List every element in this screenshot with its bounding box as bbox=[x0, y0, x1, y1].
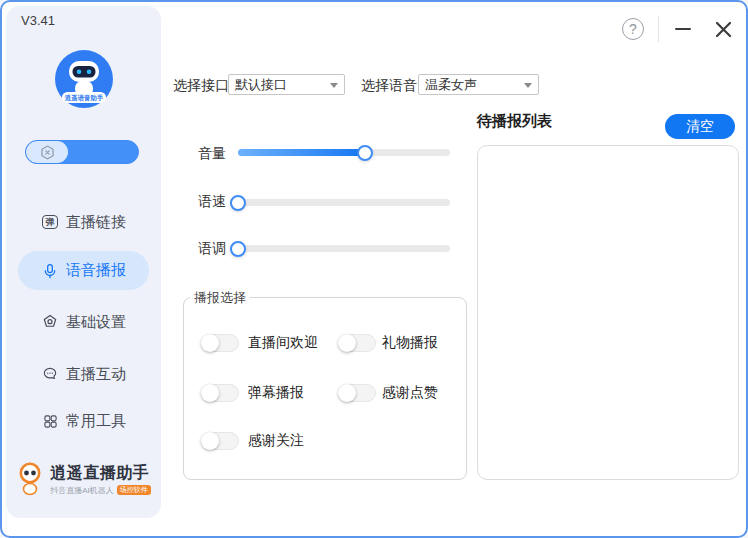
volume-slider-handle[interactable] bbox=[357, 145, 373, 161]
toggle-knob bbox=[201, 432, 219, 450]
toggle-room-welcome[interactable] bbox=[201, 334, 239, 352]
chat-bubble-icon bbox=[41, 365, 59, 383]
brand-mascot-icon bbox=[16, 462, 44, 496]
titlebar-divider bbox=[658, 16, 659, 42]
toggle-thank-likes[interactable] bbox=[338, 384, 376, 402]
clear-queue-button[interactable]: 清空 bbox=[665, 114, 735, 139]
close-button[interactable] bbox=[712, 18, 734, 40]
interface-select[interactable]: 默认接口 bbox=[228, 74, 345, 95]
toggle-danmaku-broadcast-label: 弹幕播报 bbox=[248, 383, 304, 401]
app-logo: 逍遥语音助手 bbox=[55, 50, 113, 108]
chevron-down-icon bbox=[330, 83, 338, 88]
pitch-slider-handle[interactable] bbox=[230, 241, 246, 257]
speed-slider-handle[interactable] bbox=[230, 195, 246, 211]
broadcast-selection-legend: 播报选择 bbox=[190, 289, 250, 307]
brand-badge: 场控软件 bbox=[117, 485, 151, 495]
toggle-knob bbox=[201, 384, 219, 402]
brand-footer: 逍遥直播助手 抖音直播AI机器人 场控软件 bbox=[6, 462, 161, 496]
svg-text:逍遥语音助手: 逍遥语音助手 bbox=[63, 94, 103, 102]
toggle-knob bbox=[338, 334, 356, 352]
toggle-thank-follow[interactable] bbox=[201, 432, 239, 450]
sidebar-item-label: 基础设置 bbox=[66, 313, 126, 332]
toggle-knob bbox=[201, 334, 219, 352]
voice-select-value: 温柔女声 bbox=[425, 76, 477, 94]
sidebar-item-live-interaction[interactable]: 直播互动 bbox=[6, 361, 161, 387]
toggle-gift-broadcast[interactable] bbox=[338, 334, 376, 352]
volume-label: 音量 bbox=[198, 145, 226, 163]
pitch-slider[interactable] bbox=[238, 245, 450, 252]
chevron-down-icon bbox=[524, 83, 532, 88]
toggle-thank-likes-label: 感谢点赞 bbox=[382, 383, 438, 401]
volume-slider-fill bbox=[238, 149, 365, 156]
assistant-power-switch[interactable] bbox=[25, 140, 139, 164]
question-mark-icon: ? bbox=[629, 21, 637, 37]
sidebar-item-live-link[interactable]: 弹 直播链接 bbox=[6, 209, 161, 235]
app-window: V3.41 逍遥语音助手 弹 直播链接 bbox=[0, 0, 748, 538]
voice-select[interactable]: 温柔女声 bbox=[418, 74, 539, 95]
sidebar-item-label: 常用工具 bbox=[66, 412, 126, 431]
toggle-room-welcome-label: 直播间欢迎 bbox=[248, 333, 318, 351]
queue-list bbox=[477, 145, 739, 480]
brand-subtitle: 抖音直播AI机器人 bbox=[50, 485, 114, 496]
sidebar-item-common-tools[interactable]: 常用工具 bbox=[6, 408, 161, 434]
pitch-label: 语调 bbox=[198, 240, 226, 258]
interface-select-label: 选择接口: bbox=[173, 77, 233, 95]
toggle-thank-follow-label: 感谢关注 bbox=[248, 431, 304, 449]
version-label: V3.41 bbox=[21, 13, 55, 28]
microphone-icon bbox=[41, 262, 59, 280]
queue-title: 待播报列表 bbox=[477, 112, 552, 131]
sidebar-item-voice-broadcast[interactable]: 语音播报 bbox=[18, 251, 149, 290]
speed-label: 语速 bbox=[198, 193, 226, 211]
help-button[interactable]: ? bbox=[622, 18, 644, 40]
sidebar-item-label: 直播互动 bbox=[66, 365, 126, 384]
sidebar-item-label: 语音播报 bbox=[66, 261, 126, 280]
settings-icon bbox=[41, 313, 59, 331]
toggle-danmaku-broadcast[interactable] bbox=[201, 384, 239, 402]
close-icon bbox=[715, 21, 732, 38]
volume-slider[interactable] bbox=[238, 149, 450, 156]
brand-name: 逍遥直播助手 bbox=[50, 463, 151, 484]
minimize-icon bbox=[675, 28, 691, 31]
sidebar: V3.41 逍遥语音助手 弹 直播链接 bbox=[6, 6, 161, 518]
interface-select-value: 默认接口 bbox=[235, 76, 287, 94]
speed-slider[interactable] bbox=[238, 199, 450, 206]
toggle-gift-broadcast-label: 礼物播报 bbox=[382, 333, 438, 351]
minimize-button[interactable] bbox=[673, 19, 693, 39]
hexagon-x-icon bbox=[40, 145, 55, 160]
power-switch-knob bbox=[26, 141, 68, 163]
toggle-knob bbox=[338, 384, 356, 402]
voice-select-label: 选择语音: bbox=[361, 77, 421, 95]
danmaku-bubble-icon: 弹 bbox=[41, 213, 59, 231]
sidebar-item-basic-settings[interactable]: 基础设置 bbox=[6, 309, 161, 335]
tools-grid-icon bbox=[41, 412, 59, 430]
sidebar-item-label: 直播链接 bbox=[66, 213, 126, 232]
